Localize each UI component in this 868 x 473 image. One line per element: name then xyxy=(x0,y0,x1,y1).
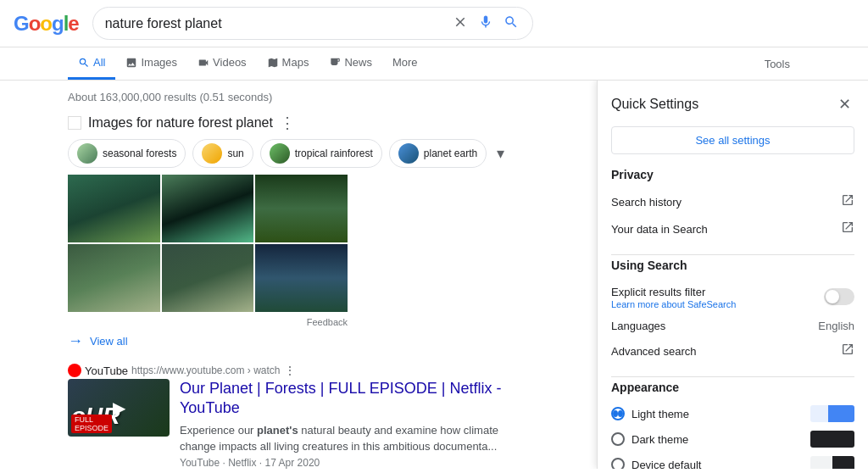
chip-seasonal-label: seasonal forests xyxy=(103,147,176,159)
main-content: About 163,000,000 results (0.51 seconds)… xyxy=(0,81,868,469)
search-result-youtube: YouTube https://www.youtube.com › watch … xyxy=(68,364,529,469)
qs-safesearch-link[interactable]: Learn more about SafeSearch xyxy=(611,299,736,309)
qs-explicit-labels: Explicit results filter Learn more about… xyxy=(611,284,736,309)
qs-search-history-row: Search history xyxy=(611,188,854,215)
view-all-link[interactable]: View all xyxy=(90,335,128,348)
tab-all[interactable]: All xyxy=(68,47,115,80)
chip-tropical-label: tropical rainforest xyxy=(295,147,373,159)
tools-button[interactable]: Tools xyxy=(754,49,800,79)
device-theme-radio[interactable] xyxy=(611,458,625,469)
qs-appearance-section: Appearance Light theme Dark theme Device… xyxy=(611,381,854,469)
grid-image-1[interactable] xyxy=(68,175,160,242)
search-input[interactable] xyxy=(105,16,444,31)
qs-using-search-title: Using Search xyxy=(611,259,854,272)
chip-planet[interactable]: planet earth xyxy=(389,139,487,168)
toggle-knob xyxy=(826,290,839,303)
chip-seasonal[interactable]: seasonal forests xyxy=(68,139,186,168)
google-header: Google xyxy=(0,0,868,47)
qs-languages-value: English xyxy=(818,320,854,332)
device-theme-preview xyxy=(810,456,854,469)
qs-languages-row: Languages English xyxy=(611,314,854,337)
grid-image-6[interactable] xyxy=(255,244,348,312)
explicit-filter-toggle[interactable] xyxy=(824,288,854,305)
tab-more[interactable]: More xyxy=(382,47,428,80)
google-logo: Google xyxy=(14,12,79,36)
qs-appearance-title: Appearance xyxy=(611,381,854,394)
dark-theme-preview xyxy=(810,431,854,448)
device-theme-label: Device default xyxy=(632,459,804,470)
chip-planet-label: planet earth xyxy=(424,147,477,159)
image-nav: → View all xyxy=(68,332,529,350)
qs-search-history-link[interactable] xyxy=(841,193,854,210)
chips-expand-button[interactable]: ▾ xyxy=(493,139,508,168)
tab-news[interactable]: News xyxy=(319,47,382,80)
images-section-title: Images for nature forest planet xyxy=(88,115,273,131)
youtube-more-button[interactable]: ⋮ xyxy=(284,364,296,377)
qs-dark-theme-row[interactable]: Dark theme xyxy=(611,426,854,452)
qs-your-data-row: Your data in Search xyxy=(611,215,854,242)
tab-more-label: More xyxy=(392,56,418,69)
light-theme-radio[interactable] xyxy=(611,407,625,420)
search-bar[interactable] xyxy=(92,7,533,40)
nav-tabs: All Images Videos Maps News More Tools xyxy=(0,47,868,81)
tab-images-label: Images xyxy=(141,56,177,69)
voice-search-button[interactable] xyxy=(476,13,495,34)
grid-image-3[interactable] xyxy=(255,175,348,242)
youtube-favicon xyxy=(68,364,81,377)
tab-all-label: All xyxy=(93,56,105,69)
grid-image-5[interactable] xyxy=(162,244,254,312)
grid-image-4[interactable] xyxy=(68,244,160,312)
images-more-button[interactable]: ⋮ xyxy=(280,114,295,132)
feedback-text: Feedback xyxy=(68,317,348,327)
images-section: Images for nature forest planet ⋮ season… xyxy=(68,114,529,350)
chip-thumb-planet xyxy=(398,143,419,164)
divider-1 xyxy=(611,254,854,255)
images-section-icon xyxy=(68,116,81,130)
youtube-site: YouTube xyxy=(85,364,128,377)
youtube-result-text: Our Planet | Forests | FULL EPISODE | Ne… xyxy=(180,379,529,469)
image-nav-prev[interactable]: → xyxy=(68,332,83,350)
chip-thumb-seasonal xyxy=(77,143,97,164)
qs-advanced-search-link[interactable] xyxy=(841,342,854,359)
images-chips: seasonal forests sun tropical rainforest… xyxy=(68,139,529,168)
video-result: oUR FULLEPISODE ▶ Our Planet | Forests |… xyxy=(68,379,529,469)
chip-thumb-sun xyxy=(202,143,222,164)
qs-header: Quick Settings ✕ xyxy=(611,94,854,114)
qs-your-data-link[interactable] xyxy=(841,220,854,237)
qs-title: Quick Settings xyxy=(611,97,698,112)
qs-search-history-label: Search history xyxy=(611,196,682,209)
divider-2 xyxy=(611,376,854,377)
qs-explicit-label: Explicit results filter xyxy=(611,286,705,298)
youtube-result-title[interactable]: Our Planet | Forests | FULL EPISODE | Ne… xyxy=(180,379,529,419)
image-search-button[interactable] xyxy=(502,13,520,34)
tab-news-label: News xyxy=(344,56,372,69)
dark-theme-label: Dark theme xyxy=(632,433,804,446)
video-thumbnail[interactable]: oUR FULLEPISODE ▶ xyxy=(68,379,170,437)
youtube-url-path: https://www.youtube.com › watch xyxy=(131,364,280,376)
chip-sun[interactable]: sun xyxy=(192,139,253,168)
grid-image-2[interactable] xyxy=(162,175,254,242)
play-icon: ▶ xyxy=(113,398,125,418)
chip-sun-label: sun xyxy=(227,147,243,159)
chip-tropical[interactable]: tropical rainforest xyxy=(260,139,382,168)
qs-privacy-title: Privacy xyxy=(611,168,854,181)
clear-search-button[interactable] xyxy=(451,13,470,34)
qs-close-button[interactable]: ✕ xyxy=(834,94,854,114)
qs-light-theme-row[interactable]: Light theme xyxy=(611,401,854,426)
light-theme-label: Light theme xyxy=(632,408,804,420)
qs-privacy-section: Privacy Search history Your data in Sear… xyxy=(611,168,854,242)
qs-see-all-link[interactable]: See all settings xyxy=(611,126,854,154)
light-theme-preview xyxy=(810,405,854,422)
qs-advanced-search-label: Advanced search xyxy=(611,345,696,358)
video-label: FULLEPISODE xyxy=(71,415,112,433)
dark-theme-radio[interactable] xyxy=(611,432,625,446)
images-header: Images for nature forest planet ⋮ xyxy=(68,114,529,132)
qs-your-data-label: Your data in Search xyxy=(611,223,708,236)
tab-images[interactable]: Images xyxy=(115,47,187,80)
quick-settings-panel: Quick Settings ✕ See all settings Privac… xyxy=(597,81,868,469)
tab-videos[interactable]: Videos xyxy=(187,47,257,80)
qs-languages-label: Languages xyxy=(611,320,665,332)
qs-device-theme-row[interactable]: Device default xyxy=(611,452,854,469)
qs-using-search-section: Using Search Explicit results filter Lea… xyxy=(611,259,854,364)
tab-maps[interactable]: Maps xyxy=(257,47,320,80)
